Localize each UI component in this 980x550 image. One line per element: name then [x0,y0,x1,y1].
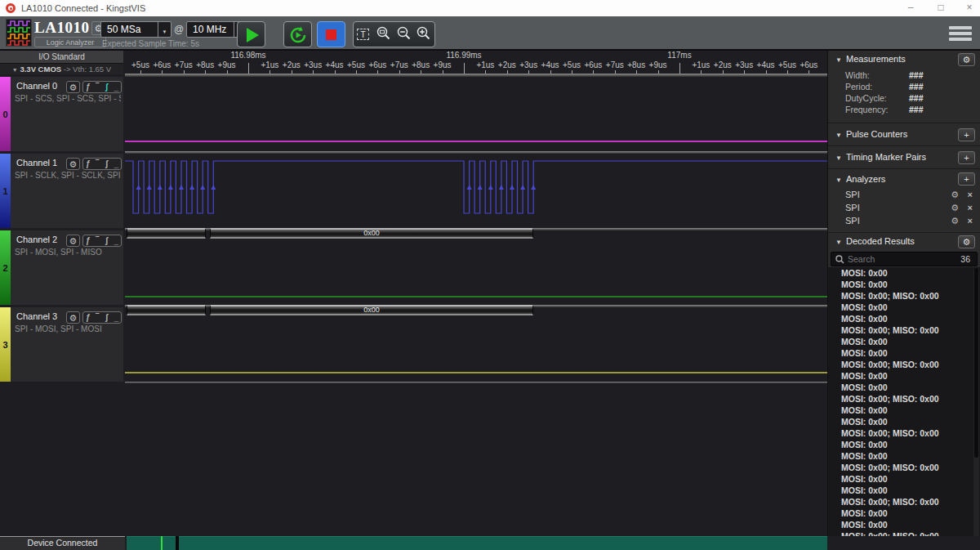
scrollbar-thumb[interactable] [974,268,978,458]
add-analyzer-button[interactable]: + [958,172,975,186]
trigger-mode-icon[interactable]: ‾ [93,235,103,246]
analyzer-remove-button[interactable]: × [968,190,973,199]
channel-3-header[interactable]: 3 Channel 3 ⚙ ƒ‾ʃ_ SPI - MOSI, SPI - MOS… [0,307,123,382]
capture-overview-bar[interactable] [127,536,827,550]
spi-decode-bubble[interactable] [127,228,206,239]
channel-0-header[interactable]: 0 Channel 0 ⚙ ƒ‾ʃ_ SPI - SCS, SPI - SCS,… [0,77,123,151]
decoded-search-input[interactable]: Search 36 [831,252,978,266]
trigger-mode-icon[interactable]: _ [112,159,122,169]
maximize-button[interactable]: □ [929,0,953,16]
channel-1-header[interactable]: 1 Channel 1 ⚙ ƒ‾ʃ_ SPI - SCLK, SPI - SCL… [0,154,123,228]
analyzer-settings-button[interactable]: ⚙ [951,216,959,226]
add-timing-marker-button[interactable]: + [958,151,975,164]
trigger-mode-icon[interactable]: _ [112,82,122,92]
timing-marker-pairs-section-header[interactable]: ▼ Timing Marker Pairs + [828,145,980,168]
analyzer-row[interactable]: SPI ⚙ × [828,189,980,202]
channel-0-trace [125,141,827,142]
decoded-result-row[interactable]: MOSI: 0x00 [828,473,980,485]
zoom-out-button[interactable] [394,22,415,47]
trigger-mode-icon[interactable]: ʃ [102,159,112,169]
decoded-result-row[interactable]: MOSI: 0x00 [828,279,980,290]
pulse-counters-section-header[interactable]: ▼ Pulse Counters + [828,123,980,145]
channel-3-settings-button[interactable]: ⚙ [66,311,80,324]
analyzer-remove-button[interactable]: × [968,216,973,226]
decoded-results-section-header[interactable]: ▼ Decoded Results ⚙ [828,232,980,251]
channel-2-settings-button[interactable]: ⚙ [66,235,80,247]
trigger-mode-icon[interactable]: ʃ [102,82,112,92]
decoded-result-row[interactable]: MOSI: 0x00 [828,450,980,462]
decoded-result-row[interactable]: MOSI: 0x00; MISO: 0x00 [828,290,980,302]
measurements-section-header[interactable]: ▼ Measurements ⚙ [828,51,980,69]
trigger-mode-icon[interactable]: ʃ [102,235,112,246]
zoom-in-button[interactable] [414,22,434,47]
analyzer-settings-button[interactable]: ⚙ [951,203,959,213]
spi-decode-bubble[interactable]: 0x00 [210,305,533,315]
sample-rate-select[interactable]: 50 MSa ▼ [100,21,172,38]
minimize-button[interactable]: – [898,0,923,16]
zoom-selection-button[interactable] [374,22,394,47]
decoded-result-row[interactable]: MOSI: 0x00 [828,439,980,450]
stop-capture-button[interactable] [317,21,345,47]
decoded-result-row[interactable]: MOSI: 0x00 [828,302,980,313]
trigger-mode-icon[interactable]: ‾ [93,312,103,323]
measurements-settings-button[interactable]: ⚙ [958,53,975,66]
decoded-result-row[interactable]: MOSI: 0x00 [828,405,980,416]
analyzer-row[interactable]: SPI ⚙ × [828,202,980,215]
time-ruler[interactable]: +5us+6us+7us+8us+9us116.98ms+1us+2us+3us… [125,51,827,74]
waveform-lane-ch1[interactable] [125,154,827,228]
decoded-list-scrollbar[interactable] [973,268,979,549]
waveform-lane-ch2[interactable]: 0x00 [125,230,827,305]
decoded-result-row[interactable]: MOSI: 0x00 [828,382,980,393]
analyzer-settings-button[interactable]: ⚙ [951,190,959,200]
ruler-label: +1us [692,60,710,69]
decoded-result-row[interactable]: MOSI: 0x00; MISO: 0x00 [828,393,980,405]
channel-0-settings-button[interactable]: ⚙ [66,81,80,93]
decoded-result-row[interactable]: MOSI: 0x00 [828,347,980,359]
analyzer-row[interactable]: SPI ⚙ × [828,215,980,228]
trigger-mode-icon[interactable]: ƒ [83,235,93,246]
decoded-result-row[interactable]: MOSI: 0x00 [828,267,980,279]
menu-button[interactable] [949,26,972,41]
channel-1-trigger-group[interactable]: ƒ‾ʃ_ [82,158,122,170]
channel-3-trigger-group[interactable]: ƒ‾ʃ_ [82,311,122,324]
decoded-results-settings-button[interactable]: ⚙ [958,235,975,248]
decoded-result-row[interactable]: MOSI: 0x00; MISO: 0x00 [828,496,980,508]
decoded-result-row[interactable]: MOSI: 0x00 [828,508,980,519]
decoded-result-row[interactable]: MOSI: 0x00 [828,519,980,530]
channel-1-settings-button[interactable]: ⚙ [66,158,80,170]
trigger-mode-icon[interactable]: ƒ [83,312,93,323]
analyzer-remove-button[interactable]: × [968,203,973,212]
trigger-mode-icon[interactable]: ʃ [102,312,112,323]
decoded-result-row[interactable]: MOSI: 0x00; MISO: 0x00 [828,427,980,439]
decoded-result-row[interactable]: MOSI: 0x00; MISO: 0x00 [828,359,980,370]
trigger-mode-icon[interactable]: ‾ [93,82,103,92]
annotation-tool-button[interactable]: T [354,22,374,47]
decoded-result-row[interactable]: MOSI: 0x00 [828,313,980,324]
analyzers-section-header[interactable]: ▼ Analyzers + [828,168,980,189]
spi-decode-bubble[interactable] [127,305,206,315]
loop-capture-button[interactable] [283,21,312,47]
close-button[interactable]: × [957,0,980,16]
overview-cursor[interactable] [161,536,163,550]
spi-decode-bubble[interactable]: 0x00 [210,228,533,239]
waveform-lane-ch3[interactable]: 0x00 [125,307,827,382]
waveform-lane-ch0[interactable] [125,77,827,151]
trigger-mode-icon[interactable]: ƒ [83,159,93,169]
decoded-result-row[interactable]: MOSI: 0x00 [828,416,980,427]
channel-0-trigger-group[interactable]: ƒ‾ʃ_ [82,81,122,93]
decoded-result-row[interactable]: MOSI: 0x00; MISO: 0x00 [828,462,980,473]
trigger-mode-icon[interactable]: _ [112,312,122,323]
decoded-result-row[interactable]: MOSI: 0x00 [828,336,980,347]
io-standard-header[interactable]: I/O Standard [0,51,123,64]
channel-2-header[interactable]: 2 Channel 2 ⚙ ƒ‾ʃ_ SPI - MOSI, SPI - MIS… [0,230,123,305]
decoded-result-row[interactable]: MOSI: 0x00 [828,370,980,382]
trigger-mode-icon[interactable]: ‾ [93,159,103,169]
channel-2-trigger-group[interactable]: ƒ‾ʃ_ [82,235,122,247]
start-capture-button[interactable] [237,21,265,47]
trigger-mode-icon[interactable]: _ [112,235,122,246]
io-voltage-row[interactable]: ▼ 3.3V CMOS -> Vth: 1.65 V [0,64,123,74]
decoded-result-row[interactable]: MOSI: 0x00; MISO: 0x00 [828,324,980,336]
add-pulse-counter-button[interactable]: + [958,128,975,141]
decoded-result-row[interactable]: MOSI: 0x00 [828,485,980,496]
trigger-mode-icon[interactable]: ƒ [83,82,93,92]
